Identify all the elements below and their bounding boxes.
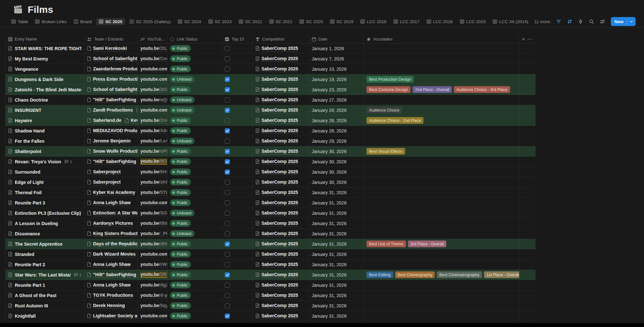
team-page-link[interactable]: "Hilt" SaberFighting Acad xyxy=(87,159,138,165)
top10-checkbox[interactable] xyxy=(225,303,230,308)
link-status-badge[interactable]: Public xyxy=(170,158,191,165)
accolade-tag[interactable]: Audience Choice - 3rd Place xyxy=(454,86,510,93)
table-row[interactable]: HaywireSaberland.deKevin Byoutu.be/ZmklP… xyxy=(5,115,535,126)
entry-name[interactable]: For the Fallen xyxy=(15,139,44,144)
table-row[interactable]: My Best EnemySchool of Saberfightingyout… xyxy=(5,54,535,64)
team-page-link[interactable]: Anna Leigh Shaw xyxy=(87,262,131,268)
competition-page-link[interactable]: SaberComp 2025 xyxy=(255,118,298,123)
entry-name[interactable]: STAR WARS: THE ROPE TIGHTENS xyxy=(15,46,81,51)
youtube-link[interactable]: youtu.be/5qys xyxy=(140,303,167,309)
youtube-link[interactable]: youtube.com/w xyxy=(140,77,167,82)
table-row[interactable]: Reunite Part 2Anna Leigh Shawyoutu.be/rW… xyxy=(5,259,535,270)
accolade-tag[interactable]: 2nd Place - Overall xyxy=(412,86,452,93)
team-page-link[interactable]: Days of the Republic xyxy=(87,241,137,247)
tab-sc-2020[interactable]: SC 2020 xyxy=(297,18,326,25)
competition-page-link[interactable]: SaberComp 2025 xyxy=(255,138,298,144)
column-header-link[interactable]: YouTub... xyxy=(138,35,167,43)
column-header-team[interactable]: Team / Entrants xyxy=(84,35,138,43)
link-status-badge[interactable]: Public xyxy=(170,55,191,62)
youtube-link[interactable]: youtu.be/aQN2 xyxy=(140,97,167,103)
team-page-link[interactable]: Kevin B xyxy=(125,118,138,123)
team-page-link[interactable]: Zaandarbrow Productions xyxy=(87,66,138,72)
team-page-link[interactable]: Derek Henning xyxy=(87,303,125,309)
youtube-link[interactable]: youtu.be/0b9x xyxy=(140,221,167,226)
competition-page-link[interactable]: SaberComp 2025 xyxy=(255,169,298,175)
link-status-badge[interactable]: Public xyxy=(170,241,191,247)
team-page-link[interactable]: Dark Wizard Movies xyxy=(87,251,136,257)
competition-page-link[interactable]: SaberComp 2025 xyxy=(255,190,298,195)
youtube-link[interactable]: youtu.be/zKR6 xyxy=(140,179,167,185)
sliders-icon[interactable] xyxy=(599,18,606,25)
team-page-link[interactable]: Jerome Benjamin xyxy=(87,138,131,144)
table-row[interactable]: ShatterpointSnow Wolfe Productionsyoutu.… xyxy=(5,146,535,157)
entry-name[interactable]: The Secret Apprentice xyxy=(15,241,62,247)
link-status-badge[interactable]: Public xyxy=(170,313,191,319)
table-row[interactable]: Star Wars: The Last Mistake1"Hilt" Saber… xyxy=(5,270,535,280)
team-page-link[interactable]: Zandt Productions xyxy=(87,107,133,113)
column-header-date[interactable]: Date xyxy=(309,35,364,43)
link-status-badge[interactable]: Public xyxy=(170,66,191,72)
link-status-badge[interactable]: Public xyxy=(170,117,191,124)
tab-lcc-2016[interactable]: LCC 2016 xyxy=(424,18,456,25)
tab-sc-2022[interactable]: SC 2022 xyxy=(236,18,265,25)
tab-sc-2024[interactable]: SC 2024 xyxy=(175,18,204,25)
link-status-badge[interactable]: Public xyxy=(170,302,191,309)
competition-page-link[interactable]: SaberComp 2025 xyxy=(255,179,298,185)
top10-checkbox[interactable] xyxy=(225,56,230,61)
tab-sc-2019[interactable]: SC 2019 xyxy=(327,18,356,25)
table-row[interactable]: VengeanceZaandarbrow Productionsyoutube.… xyxy=(5,64,535,74)
accolade-tag[interactable]: 1st Place - Overall xyxy=(484,271,519,278)
team-page-link[interactable]: Saberproject xyxy=(87,179,121,185)
competition-page-link[interactable]: SaberComp 2025 xyxy=(255,97,298,103)
top10-checkbox[interactable] xyxy=(225,149,230,154)
table-row[interactable]: SurroundedSaberprojectyoutu.be/6HsIPubli… xyxy=(5,167,535,177)
entry-name[interactable]: My Best Enemy xyxy=(15,56,48,61)
competition-page-link[interactable]: SaberComp 2025 xyxy=(255,149,298,154)
accolade-tag[interactable]: Audience Choice - 2nd Place xyxy=(366,117,423,124)
tab-lcc-xii-2014-[interactable]: LCC XII (2014) xyxy=(490,18,531,25)
tab-broken-links[interactable]: Broken Links xyxy=(32,18,70,25)
top10-checkbox[interactable] xyxy=(225,283,230,288)
team-page-link[interactable]: Extinction: A Star Wars St xyxy=(87,210,138,216)
youtube-link[interactable]: youtu.be/Zmkl xyxy=(140,118,167,123)
new-button-label[interactable]: New xyxy=(611,17,627,26)
tab-lcc-2018[interactable]: LCC 2018 xyxy=(357,18,389,25)
accolade-tag[interactable]: Best Production Design xyxy=(366,76,414,83)
comment-indicator[interactable]: 1 xyxy=(64,159,72,164)
tab-sc-2023[interactable]: SC 2023 xyxy=(205,18,235,25)
table-row[interactable]: Extinction Pt.3 (Exclusive Clip)Extincti… xyxy=(5,208,535,218)
link-status-badge[interactable]: Public xyxy=(170,179,191,186)
table-row[interactable]: A Ghost of the PastTGYK Productionsyoutu… xyxy=(5,290,535,301)
table-row[interactable]: Zatoichi - The Blind Jedi MasterSchool o… xyxy=(5,85,535,95)
accolade-tag[interactable]: Audience Choice xyxy=(366,107,402,114)
link-status-badge[interactable]: Unlisted xyxy=(170,107,194,114)
top10-checkbox[interactable] xyxy=(225,97,230,103)
top10-checkbox[interactable] xyxy=(225,67,230,72)
top10-checkbox[interactable] xyxy=(225,272,230,277)
comment-indicator[interactable]: 1 xyxy=(74,273,81,277)
link-status-badge[interactable]: Unlisted xyxy=(170,76,194,83)
competition-page-link[interactable]: SaberComp 2025 xyxy=(255,303,298,309)
competition-page-link[interactable]: SaberComp 2025 xyxy=(255,282,298,288)
tab-sc-2025-gallery-[interactable]: SC 2025 (Gallery) xyxy=(127,18,174,25)
table-row[interactable]: StrandedDark Wizard Moviesyoutube.com/wP… xyxy=(5,249,535,259)
table-row[interactable]: Revan: Treya's Vision1"Hilt" SaberFighti… xyxy=(5,157,535,167)
entry-name[interactable]: Thermal Foil xyxy=(15,190,42,195)
youtube-link[interactable]: youtu.be/35iX xyxy=(140,272,167,278)
table-row[interactable]: Chaos Doctrine"Hilt" SaberFighting Acady… xyxy=(5,95,535,105)
entry-name[interactable]: Surrounded xyxy=(15,169,40,175)
competition-page-link[interactable]: SaberComp 2025 xyxy=(255,107,298,113)
table-row[interactable]: Dungeons & Dark SidePress Enter Producti… xyxy=(5,74,535,85)
entry-name[interactable]: Zatoichi - The Blind Jedi Master xyxy=(15,87,81,92)
entry-name[interactable]: Dissonance xyxy=(15,231,40,236)
column-header-accolades[interactable]: Accolades xyxy=(364,35,519,43)
link-status-badge[interactable]: Public xyxy=(170,45,191,52)
team-page-link[interactable]: TGYK Productions xyxy=(87,293,133,298)
top10-checkbox[interactable] xyxy=(225,313,230,319)
entry-name[interactable]: Star Wars: The Last Mistake xyxy=(15,272,71,277)
youtube-link[interactable]: youtu.be/5TLc xyxy=(140,190,167,195)
top10-checkbox[interactable] xyxy=(225,180,230,185)
tab-sc-2021[interactable]: SC 2021 xyxy=(266,18,296,25)
youtube-link[interactable]: youtu.be/Ceq. xyxy=(140,56,167,62)
table-options-button[interactable]: ⋯ xyxy=(527,36,532,42)
